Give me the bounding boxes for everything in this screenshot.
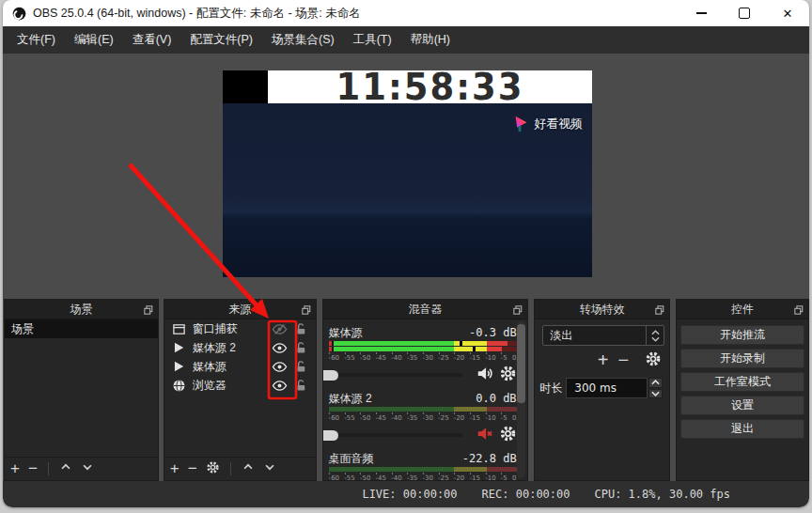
duration-decrease-button[interactable] bbox=[648, 389, 663, 399]
close-button[interactable]: ✕ bbox=[766, 0, 809, 26]
channel-settings-gear-icon[interactable] bbox=[499, 365, 517, 386]
mixer-panel: 混音器 媒体源 -0.3 dB bbox=[322, 299, 529, 481]
meter-scale: -60-55-50-45-40-35-30-25-20-15-10-50 bbox=[329, 354, 517, 363]
clock-black-box bbox=[223, 70, 268, 103]
scenes-header[interactable]: 场景 bbox=[5, 300, 158, 319]
source-row-window-capture[interactable]: 窗口捕获 bbox=[164, 319, 316, 338]
scale-tick-label: -10 bbox=[485, 414, 495, 423]
add-source-button[interactable]: + bbox=[170, 460, 180, 478]
source-properties-gear-button[interactable] bbox=[206, 460, 220, 478]
mixer-channels: 媒体源 -0.3 dB -60-55-50-45-40-35-30-25-20-… bbox=[329, 319, 517, 480]
settings-button[interactable]: 设置 bbox=[680, 396, 804, 415]
transition-selected-value: 淡出 bbox=[543, 328, 646, 344]
menu-view[interactable]: 查看(V) bbox=[124, 28, 180, 52]
transition-select[interactable]: 淡出 bbox=[542, 325, 664, 346]
popout-icon[interactable] bbox=[513, 304, 523, 318]
channel-name: 媒体源 2 bbox=[329, 391, 372, 407]
lock-open-icon[interactable] bbox=[291, 360, 312, 374]
obs-logo-icon bbox=[12, 7, 26, 21]
scale-tick-label: -50 bbox=[360, 474, 370, 480]
move-scene-up-button[interactable] bbox=[59, 460, 72, 477]
minimize-button[interactable] bbox=[679, 0, 723, 26]
volume-slider-handle[interactable] bbox=[323, 370, 338, 381]
studio-mode-button[interactable]: 工作室模式 bbox=[680, 372, 804, 392]
sources-title: 来源 bbox=[228, 302, 251, 318]
duration-increase-button[interactable] bbox=[648, 378, 663, 388]
channel-db-value: -0.3 dB bbox=[469, 326, 517, 339]
exit-button[interactable]: 退出 bbox=[680, 419, 804, 439]
media-source-icon bbox=[171, 360, 187, 373]
transition-settings-gear-button[interactable] bbox=[645, 350, 662, 371]
source-row-browser[interactable]: 浏览器 bbox=[164, 376, 316, 395]
maximize-button[interactable] bbox=[723, 0, 766, 26]
move-source-down-button[interactable] bbox=[263, 460, 276, 477]
controls-body: 开始推流 开始录制 工作室模式 设置 退出 bbox=[677, 319, 808, 480]
rec-time: REC: 00:00:00 bbox=[482, 488, 570, 501]
main-content: 11:58:33 好看视频 bbox=[3, 54, 809, 481]
scale-tick-label: -5 bbox=[501, 354, 508, 363]
source-row-media-source[interactable]: 媒体源 bbox=[164, 357, 316, 376]
scale-tick-label: 0 bbox=[512, 414, 516, 423]
mixer-header[interactable]: 混音器 bbox=[323, 300, 528, 319]
sources-list: 窗口捕获 媒体源 2 bbox=[164, 319, 316, 457]
remove-transition-button[interactable]: − bbox=[617, 350, 629, 371]
move-scene-down-button[interactable] bbox=[81, 460, 94, 477]
scale-tick-label: -40 bbox=[391, 474, 401, 480]
volume-slider[interactable] bbox=[329, 373, 462, 377]
combo-spinner[interactable] bbox=[646, 326, 664, 345]
scale-tick-label: -20 bbox=[454, 414, 464, 423]
lock-open-icon[interactable] bbox=[291, 379, 312, 393]
menu-edit[interactable]: 编辑(E) bbox=[66, 28, 122, 52]
transitions-header[interactable]: 转场特效 bbox=[535, 300, 669, 319]
volume-slider-handle[interactable] bbox=[323, 430, 338, 441]
sources-header[interactable]: 来源 bbox=[164, 300, 316, 319]
scale-tick-label: -25 bbox=[438, 354, 448, 363]
add-transition-button[interactable]: + bbox=[598, 350, 609, 371]
controls-header[interactable]: 控件 bbox=[677, 300, 808, 319]
popout-icon[interactable] bbox=[655, 304, 664, 318]
scale-tick-label: -45 bbox=[376, 414, 386, 423]
volume-slider[interactable] bbox=[329, 433, 462, 437]
add-scene-button[interactable]: + bbox=[10, 460, 20, 478]
source-label: 浏览器 bbox=[193, 378, 269, 394]
lock-open-icon[interactable] bbox=[291, 341, 312, 355]
speaker-muted-icon[interactable] bbox=[476, 425, 493, 446]
video-preview[interactable]: 11:58:33 好看视频 bbox=[223, 70, 592, 277]
mixer-scrollbar[interactable] bbox=[517, 321, 525, 478]
visibility-hidden-icon[interactable] bbox=[269, 321, 291, 337]
video-frame: 好看视频 bbox=[223, 103, 592, 277]
channel-name: 桌面音频 bbox=[329, 451, 374, 467]
channel-settings-gear-icon[interactable] bbox=[499, 425, 517, 446]
scrollbar-thumb[interactable] bbox=[517, 324, 525, 403]
scale-tick-label: -20 bbox=[454, 354, 464, 363]
source-row-media-source-2[interactable]: 媒体源 2 bbox=[164, 338, 316, 357]
scenes-panel: 场景 场景 + − bbox=[4, 299, 159, 481]
start-streaming-button[interactable]: 开始推流 bbox=[680, 325, 804, 345]
scene-item[interactable]: 场景 bbox=[5, 319, 158, 338]
scale-tick-label: -30 bbox=[423, 354, 433, 363]
move-source-up-button[interactable] bbox=[242, 460, 255, 477]
menu-help[interactable]: 帮助(H) bbox=[402, 28, 459, 52]
remove-scene-button[interactable]: − bbox=[28, 460, 38, 478]
menu-scene-collection[interactable]: 场景集合(S) bbox=[263, 28, 343, 52]
speaker-unmuted-icon[interactable] bbox=[476, 365, 493, 386]
menu-tools[interactable]: 工具(T) bbox=[345, 28, 400, 52]
scale-tick-label: -60 bbox=[329, 414, 339, 423]
media-source-icon bbox=[171, 341, 187, 354]
popout-icon[interactable] bbox=[794, 304, 804, 318]
menu-profile[interactable]: 配置文件(P) bbox=[181, 28, 261, 52]
visibility-visible-icon[interactable] bbox=[269, 378, 291, 394]
visibility-visible-icon[interactable] bbox=[269, 340, 291, 356]
scale-tick-label: -10 bbox=[485, 354, 495, 363]
scale-tick-label: -55 bbox=[344, 414, 354, 423]
visibility-visible-icon[interactable] bbox=[269, 359, 291, 375]
start-recording-button[interactable]: 开始录制 bbox=[680, 349, 804, 368]
popout-icon[interactable] bbox=[302, 304, 311, 318]
lock-open-icon[interactable] bbox=[291, 322, 312, 336]
menu-file[interactable]: 文件(F) bbox=[8, 28, 64, 52]
popout-icon[interactable] bbox=[144, 304, 153, 318]
remove-source-button[interactable]: − bbox=[188, 460, 197, 478]
chevron-up-icon bbox=[651, 330, 660, 335]
duration-spinbox[interactable]: 300 ms bbox=[566, 378, 648, 398]
scale-tick-label: -15 bbox=[470, 474, 480, 480]
